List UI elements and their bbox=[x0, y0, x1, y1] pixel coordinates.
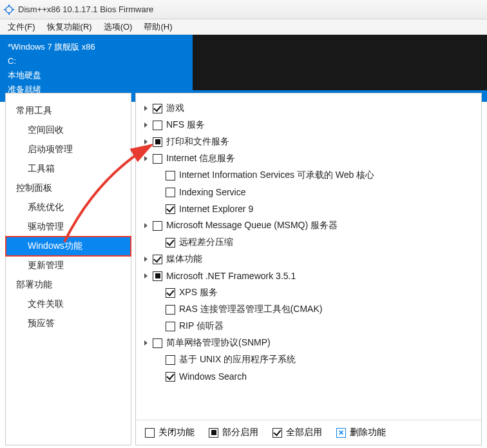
expand-arrow-icon[interactable] bbox=[141, 120, 151, 130]
sidebar-item-optimize[interactable]: 系统优化 bbox=[6, 198, 131, 217]
legend-off: 关闭功能 bbox=[145, 427, 195, 438]
legend: 关闭功能 部分启用 全部启用 删除功能 bbox=[136, 420, 481, 445]
feature-row[interactable]: RIP 侦听器 bbox=[154, 318, 473, 335]
feature-label: Internet Explorer 9 bbox=[179, 204, 253, 214]
sidebar-head-deploy: 部署功能 bbox=[6, 275, 131, 295]
feature-checkbox[interactable] bbox=[153, 255, 162, 264]
feature-row[interactable]: 基于 UNIX 的应用程序子系统 bbox=[154, 351, 473, 368]
feature-row[interactable]: Internet 信息服务 bbox=[141, 150, 473, 167]
legend-on: 全部启用 bbox=[272, 427, 322, 438]
feature-row[interactable]: Indexing Service bbox=[154, 184, 473, 200]
menubar: 文件(F) 恢复功能(R) 选项(O) 帮助(H) bbox=[0, 19, 487, 35]
sidebar-head-common: 常用工具 bbox=[6, 101, 131, 121]
feature-label: Windows Search bbox=[179, 371, 247, 382]
content: 常用工具 空间回收 启动项管理 工具箱 控制面板 系统优化 驱动管理 Windo… bbox=[0, 90, 487, 448]
feature-checkbox[interactable] bbox=[153, 121, 162, 130]
menu-recovery[interactable]: 恢复功能(R) bbox=[42, 20, 97, 34]
feature-label: Microsoft .NET Framework 3.5.1 bbox=[166, 271, 296, 281]
feature-checkbox[interactable] bbox=[166, 305, 175, 315]
feature-row[interactable]: 远程差分压缩 bbox=[154, 234, 473, 251]
feature-label: Microsoft Message Queue (MSMQ) 服务器 bbox=[166, 220, 338, 231]
feature-checkbox[interactable] bbox=[153, 338, 162, 348]
expand-arrow-icon[interactable] bbox=[141, 103, 151, 113]
feature-checkbox[interactable] bbox=[153, 154, 162, 164]
sidebar-item-windows-features[interactable]: Windows功能 bbox=[6, 237, 131, 256]
feature-label: 媒体功能 bbox=[166, 253, 202, 265]
feature-row[interactable]: Microsoft .NET Framework 3.5.1 bbox=[141, 268, 473, 284]
feature-checkbox[interactable] bbox=[166, 204, 175, 214]
feature-checkbox[interactable] bbox=[153, 221, 162, 231]
sidebar-item-driver[interactable]: 驱动管理 bbox=[6, 217, 131, 237]
feature-row[interactable]: XPS 服务 bbox=[154, 284, 473, 301]
sidebar-item-startup[interactable]: 启动项管理 bbox=[6, 140, 131, 159]
feature-label: RIP 侦听器 bbox=[179, 320, 224, 332]
sidebar-item-fileassoc[interactable]: 文件关联 bbox=[6, 295, 131, 314]
sidebar-item-toolbox[interactable]: 工具箱 bbox=[6, 159, 131, 179]
feature-row[interactable]: Windows Search bbox=[154, 368, 473, 385]
window-title: Dism++x86 10.1.17.1 Bios Firmware bbox=[18, 5, 153, 14]
feature-checkbox[interactable] bbox=[166, 238, 175, 248]
feature-checkbox[interactable] bbox=[166, 288, 175, 298]
feature-row[interactable]: Microsoft Message Queue (MSMQ) 服务器 bbox=[141, 217, 473, 234]
feature-label: 游戏 bbox=[166, 102, 184, 114]
feature-checkbox[interactable] bbox=[166, 355, 175, 365]
info-panel-dark bbox=[193, 35, 487, 90]
feature-row[interactable]: NFS 服务 bbox=[141, 117, 473, 133]
svg-rect-1 bbox=[8, 5, 10, 6]
feature-checkbox[interactable] bbox=[153, 137, 162, 147]
feature-label: XPS 服务 bbox=[179, 287, 218, 298]
expand-arrow-icon[interactable] bbox=[141, 220, 151, 231]
feature-row[interactable]: Internet Explorer 9 bbox=[154, 200, 473, 217]
expand-arrow-icon[interactable] bbox=[141, 137, 151, 147]
menu-options[interactable]: 选项(O) bbox=[99, 20, 138, 34]
legend-remove: 删除功能 bbox=[336, 427, 386, 438]
svg-rect-3 bbox=[4, 9, 6, 10]
menu-help[interactable]: 帮助(H) bbox=[138, 20, 177, 34]
sidebar-item-space[interactable]: 空间回收 bbox=[6, 121, 131, 140]
feature-row[interactable]: 媒体功能 bbox=[141, 251, 473, 268]
app-icon bbox=[4, 5, 14, 15]
feature-row[interactable]: 打印和文件服务 bbox=[141, 133, 473, 150]
feature-label: Internet Information Services 可承载的 Web 核… bbox=[179, 170, 374, 181]
expand-arrow-icon[interactable] bbox=[141, 338, 151, 348]
feature-label: 简单网络管理协议(SNMP) bbox=[166, 337, 271, 349]
feature-checkbox[interactable] bbox=[166, 322, 175, 331]
feature-label: RAS 连接管理器管理工具包(CMAK) bbox=[179, 304, 322, 315]
feature-row[interactable]: RAS 连接管理器管理工具包(CMAK) bbox=[154, 301, 473, 318]
main-panel: 游戏NFS 服务打印和文件服务Internet 信息服务Internet Inf… bbox=[135, 93, 482, 445]
feature-tree[interactable]: 游戏NFS 服务打印和文件服务Internet 信息服务Internet Inf… bbox=[136, 93, 481, 420]
feature-checkbox[interactable] bbox=[166, 372, 175, 382]
feature-checkbox[interactable] bbox=[153, 104, 162, 113]
feature-checkbox[interactable] bbox=[153, 271, 162, 281]
menu-file[interactable]: 文件(F) bbox=[3, 20, 41, 34]
feature-label: 基于 UNIX 的应用程序子系统 bbox=[179, 354, 296, 365]
feature-row[interactable]: 游戏 bbox=[141, 100, 473, 117]
titlebar: Dism++x86 10.1.17.1 Bios Firmware bbox=[0, 0, 487, 19]
feature-label: NFS 服务 bbox=[166, 119, 205, 131]
expand-arrow-icon[interactable] bbox=[141, 254, 151, 264]
legend-partial: 部分启用 bbox=[209, 427, 258, 438]
feature-label: Indexing Service bbox=[179, 187, 246, 197]
feature-row[interactable]: 简单网络管理协议(SNMP) bbox=[141, 335, 473, 351]
feature-checkbox[interactable] bbox=[166, 171, 175, 180]
expand-arrow-icon[interactable] bbox=[141, 271, 151, 281]
feature-row[interactable]: Internet Information Services 可承载的 Web 核… bbox=[154, 167, 473, 184]
sidebar: 常用工具 空间回收 启动项管理 工具箱 控制面板 系统优化 驱动管理 Windo… bbox=[5, 93, 131, 445]
sidebar-head-control: 控制面板 bbox=[6, 179, 131, 198]
feature-checkbox[interactable] bbox=[166, 188, 175, 197]
expand-arrow-icon[interactable] bbox=[141, 153, 151, 164]
svg-rect-2 bbox=[8, 13, 10, 15]
sidebar-item-update[interactable]: 更新管理 bbox=[6, 256, 131, 275]
svg-rect-4 bbox=[12, 9, 14, 10]
feature-label: 打印和文件服务 bbox=[166, 136, 229, 148]
svg-point-0 bbox=[6, 6, 12, 13]
feature-label: 远程差分压缩 bbox=[179, 237, 233, 248]
sidebar-item-preanswer[interactable]: 预应答 bbox=[6, 314, 131, 333]
feature-label: Internet 信息服务 bbox=[166, 153, 235, 164]
